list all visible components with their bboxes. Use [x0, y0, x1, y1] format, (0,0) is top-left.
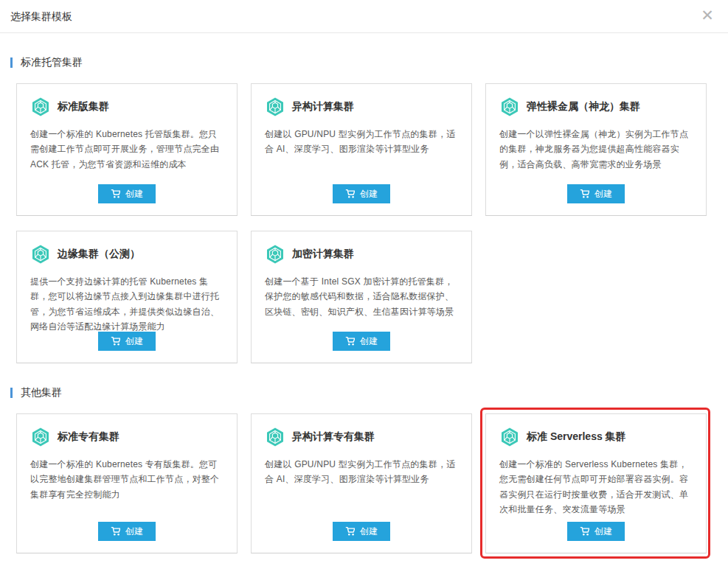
create-button[interactable]: 创建: [98, 184, 156, 203]
cart-icon: [111, 189, 120, 198]
cards-row-2: 边缘集群（公测） 提供一个支持边缘计算的托管 Kubernetes 集群，您可以…: [16, 231, 728, 363]
section-heading-managed: 标准托管集群: [10, 57, 728, 69]
cluster-cube-icon: [30, 97, 51, 117]
cluster-cube-icon: [265, 97, 285, 117]
card-description: 创建一个以弹性裸金属（神龙）实例为工作节点的集群，神龙服务器为您提供超高性能容器…: [499, 127, 693, 172]
cart-icon: [111, 526, 120, 536]
card-description: 创建一个标准的 Kubernetes 托管版集群。您只需创建工作节点即可开展业务…: [30, 127, 223, 172]
cart-icon: [345, 336, 355, 346]
card-heterogeneous-cluster: 异构计算集群 创建以 GPU/NPU 型实例为工作节点的集群，适合 AI、深度学…: [251, 83, 472, 216]
section-title: 标准托管集群: [21, 56, 83, 69]
cards-row-3: 标准专有集群 创建一个标准的 Kubernetes 专有版集群。您可以完整地创建…: [16, 413, 728, 553]
create-button[interactable]: 创建: [333, 332, 390, 351]
card-description: 创建以 GPU/NPU 型实例为工作节点的集群，适合 AI、深度学习、图形渲染等…: [265, 127, 458, 157]
cluster-cube-icon: [499, 97, 520, 117]
dialog-title: 选择集群模板: [10, 10, 72, 22]
card-description: 创建以 GPU/NPU 型实例为工作节点的集群，适合 AI、深度学习、图形渲染等…: [265, 457, 458, 487]
cart-icon: [580, 189, 589, 198]
card-heterogeneous-dedicated-cluster: 异构计算专有集群 创建以 GPU/NPU 型实例为工作节点的集群，适合 AI、深…: [251, 413, 472, 553]
cluster-cube-icon: [30, 244, 51, 265]
card-title: 异构计算集群: [292, 100, 354, 113]
card-title: 标准 Serverless 集群: [527, 430, 626, 444]
card-description: 创建一个基于 Intel SGX 加密计算的托管集群，保护您的敏感代码和数据，适…: [265, 274, 458, 319]
section-accent-bar: [10, 388, 13, 398]
section-heading-other: 其他集群: [10, 387, 728, 399]
cart-icon: [580, 526, 589, 536]
cluster-cube-icon: [499, 427, 520, 447]
card-standard-dedicated-cluster: 标准专有集群 创建一个标准的 Kubernetes 专有版集群。您可以完整地创建…: [16, 413, 238, 553]
create-button[interactable]: 创建: [567, 184, 625, 203]
card-elastic-baremetal-cluster: 弹性裸金属（神龙）集群 创建一个以弹性裸金属（神龙）实例为工作节点的集群，神龙服…: [485, 83, 707, 216]
close-icon[interactable]: ✕: [698, 6, 716, 24]
cart-icon: [345, 189, 355, 198]
section-accent-bar: [10, 57, 13, 68]
create-button[interactable]: 创建: [98, 332, 156, 351]
card-edge-cluster: 边缘集群（公测） 提供一个支持边缘计算的托管 Kubernetes 集群，您可以…: [16, 231, 238, 363]
card-description: 创建一个标准的 Serverless Kubernetes 集群，您无需创建任何…: [499, 457, 693, 517]
card-title: 标准版集群: [58, 100, 109, 113]
cluster-cube-icon: [265, 244, 285, 265]
cluster-cube-icon: [265, 427, 285, 447]
card-standard-serverless-cluster: 标准 Serverless 集群 创建一个标准的 Serverless Kube…: [485, 413, 707, 553]
cart-icon: [111, 336, 120, 346]
create-button[interactable]: 创建: [333, 184, 390, 203]
section-title: 其他集群: [21, 386, 62, 399]
dialog-header: 选择集群模板 ✕: [0, 0, 728, 33]
card-title: 异构计算专有集群: [292, 430, 375, 444]
create-button[interactable]: 创建: [567, 522, 625, 541]
create-button[interactable]: 创建: [98, 522, 156, 541]
card-encrypted-computing-cluster: 加密计算集群 创建一个基于 Intel SGX 加密计算的托管集群，保护您的敏感…: [251, 231, 472, 363]
create-button[interactable]: 创建: [333, 522, 390, 541]
cluster-cube-icon: [30, 427, 51, 447]
card-description: 创建一个标准的 Kubernetes 专有版集群。您可以完整地创建集群管理节点和…: [30, 457, 223, 502]
card-title: 边缘集群（公测）: [58, 248, 140, 261]
card-description: 提供一个支持边缘计算的托管 Kubernetes 集群，您可以将边缘节点接入到边…: [30, 274, 223, 335]
card-standard-managed-cluster: 标准版集群 创建一个标准的 Kubernetes 托管版集群。您只需创建工作节点…: [16, 83, 238, 216]
card-title: 标准专有集群: [58, 430, 119, 444]
card-title: 弹性裸金属（神龙）集群: [527, 100, 640, 113]
cards-row-1: 标准版集群 创建一个标准的 Kubernetes 托管版集群。您只需创建工作节点…: [16, 83, 728, 216]
card-title: 加密计算集群: [292, 248, 354, 261]
serverless-card-highlight-wrap: 标准 Serverless 集群 创建一个标准的 Serverless Kube…: [485, 413, 707, 553]
cart-icon: [345, 526, 355, 536]
